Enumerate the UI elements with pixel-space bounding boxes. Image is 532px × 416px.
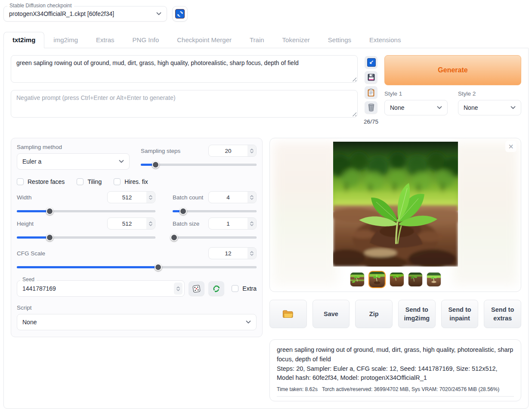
generation-info-panel: green sapling rowing out of ground, mud,… <box>269 339 521 401</box>
tab-tokenizer[interactable]: Tokenizer <box>273 32 319 48</box>
tab-extras[interactable]: Extras <box>87 32 124 48</box>
save-style-button[interactable] <box>365 71 377 84</box>
checkpoint-value: protogenX34OfficialR_1.ckpt [60fe2f34] <box>9 10 153 17</box>
tab-txt2img[interactable]: txt2img <box>3 32 44 48</box>
trash-icon <box>368 103 375 112</box>
spinner-arrows[interactable] <box>247 192 256 203</box>
generated-image[interactable] <box>333 142 458 267</box>
hires-fix-checkbox[interactable]: Hires. fix <box>114 178 148 185</box>
style2-value: None <box>464 104 507 111</box>
open-folder-button[interactable] <box>269 300 307 328</box>
thumbnail-strip <box>350 271 441 288</box>
batch-size-slider[interactable] <box>173 233 257 241</box>
refresh-checkpoint-button[interactable] <box>172 6 188 22</box>
thumbnail-4[interactable] <box>408 272 423 287</box>
tab-settings[interactable]: Settings <box>319 32 360 48</box>
thumbnail-2-selected[interactable] <box>368 271 386 288</box>
batch-count-input[interactable]: 4 <box>208 191 257 203</box>
width-input[interactable]: 512 <box>107 191 155 203</box>
sampling-steps-input[interactable]: 20 <box>208 145 257 157</box>
extra-seed-checkbox[interactable]: Extra <box>232 285 257 292</box>
batch-size-input[interactable]: 1 <box>208 217 257 230</box>
paste-params-button[interactable]: ↙ <box>365 56 377 68</box>
batch-count-label: Batch count <box>173 194 203 201</box>
spinner-up-icon <box>250 149 254 151</box>
thumbnail-3[interactable] <box>390 272 404 287</box>
seed-input[interactable]: 1441787169 <box>17 280 185 297</box>
slider-thumb[interactable] <box>46 234 53 241</box>
batch-count-slider[interactable] <box>173 207 257 215</box>
chevron-down-icon <box>510 106 516 109</box>
spinner-up-icon <box>149 195 152 197</box>
height-input[interactable]: 512 <box>107 217 155 230</box>
tiling-checkbox[interactable]: Tiling <box>77 178 102 185</box>
tab-extensions[interactable]: Extensions <box>360 32 410 48</box>
refresh-icon <box>175 9 185 19</box>
restore-faces-checkbox[interactable]: Restore faces <box>17 178 65 185</box>
spinner-up-icon <box>250 221 254 224</box>
spinner-arrows[interactable] <box>247 218 256 229</box>
close-icon[interactable]: × <box>505 141 517 152</box>
tab-img2img[interactable]: img2img <box>44 32 87 48</box>
spinner-up-icon <box>149 221 152 224</box>
zip-button[interactable]: Zip <box>355 300 393 328</box>
txt2img-panel: green sapling rowing out of ground, mud,… <box>3 48 529 409</box>
blurred-preview-left <box>273 143 338 286</box>
spinner-arrows[interactable] <box>247 248 256 259</box>
floppy-disk-icon <box>367 73 375 81</box>
send-to-img2img-button[interactable]: Send to img2img <box>398 300 436 328</box>
output-actions: Save Zip Send to img2img Send to inpaint… <box>269 300 521 328</box>
info-performance-text: Time taken: 8.62sTorch active/reserved: … <box>277 386 514 397</box>
thumbnail-5[interactable] <box>427 272 441 287</box>
spinner-up-icon <box>176 286 180 289</box>
negative-prompt-input[interactable] <box>11 90 358 118</box>
seed-label: Seed <box>20 276 37 283</box>
generation-settings-panel: Sampling method Euler a Sampling steps 2… <box>11 138 263 337</box>
height-slider[interactable] <box>17 233 155 241</box>
slider-thumb[interactable] <box>179 208 187 215</box>
style2-dropdown[interactable]: None <box>458 100 521 115</box>
width-label: Width <box>17 194 32 201</box>
spinner-down-icon <box>149 198 152 200</box>
style1-label: Style 1 <box>384 90 448 97</box>
spinner-arrows[interactable] <box>174 283 182 295</box>
generate-button[interactable]: Generate <box>384 55 521 85</box>
send-to-extras-button[interactable]: Send to extras <box>484 300 521 328</box>
save-button[interactable]: Save <box>312 300 350 328</box>
cfg-scale-label: CFG Scale <box>17 250 45 257</box>
checkpoint-dropdown[interactable]: Stable Diffusion checkpoint protogenX34O… <box>3 6 167 22</box>
slider-thumb[interactable] <box>155 264 162 271</box>
prompt-input[interactable]: green sapling rowing out of ground, mud,… <box>11 55 358 83</box>
tab-png-info[interactable]: PNG Info <box>124 32 168 48</box>
reuse-seed-button[interactable] <box>208 281 224 296</box>
result-gallery: × <box>269 138 521 292</box>
cfg-scale-input[interactable]: 12 <box>208 247 257 259</box>
thumbnail-1[interactable] <box>350 272 365 287</box>
sampling-method-label: Sampling method <box>17 144 130 150</box>
apply-style-button[interactable] <box>365 86 377 99</box>
spinner-arrows[interactable] <box>146 218 155 229</box>
main-tabbar: txt2img img2img Extras PNG Info Checkpoi… <box>3 32 529 48</box>
cfg-scale-slider[interactable] <box>17 263 257 271</box>
token-counter: 26/75 <box>364 118 378 125</box>
prompt-column: green sapling rowing out of ground, mud,… <box>11 55 358 125</box>
sampling-method-dropdown[interactable]: Euler a <box>17 153 130 170</box>
style2-label: Style 2 <box>458 90 521 97</box>
spinner-up-icon <box>250 195 254 197</box>
tab-train[interactable]: Train <box>241 32 273 48</box>
random-seed-button[interactable] <box>189 281 204 296</box>
clear-prompt-button[interactable] <box>365 101 377 114</box>
send-to-inpaint-button[interactable]: Send to inpaint <box>441 300 479 328</box>
blurred-preview-right <box>453 143 517 286</box>
slider-thumb[interactable] <box>170 234 178 241</box>
script-dropdown[interactable]: None <box>17 314 257 330</box>
spinner-arrows[interactable] <box>247 145 256 156</box>
sampling-steps-slider[interactable] <box>141 161 257 168</box>
info-params-text: Steps: 20, Sampler: Euler a, CFG scale: … <box>277 364 514 383</box>
style1-dropdown[interactable]: None <box>384 100 448 115</box>
slider-thumb[interactable] <box>46 208 53 215</box>
slider-thumb[interactable] <box>152 161 159 168</box>
spinner-arrows[interactable] <box>146 192 155 203</box>
width-slider[interactable] <box>17 207 155 215</box>
tab-checkpoint-merger[interactable]: Checkpoint Merger <box>168 32 241 48</box>
